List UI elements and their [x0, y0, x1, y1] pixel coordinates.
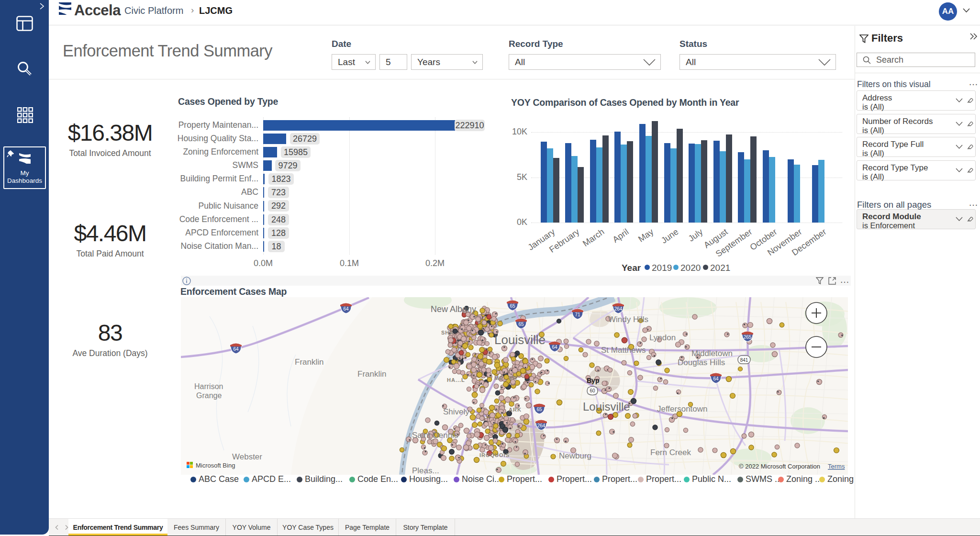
svg-text:65: 65 [518, 322, 524, 327]
svg-text:264: 264 [537, 423, 546, 428]
svg-text:Franklin: Franklin [295, 357, 323, 367]
svg-text:SHA: SHA [441, 330, 454, 335]
svg-text:Pleas...: Pleas... [412, 466, 439, 475]
svg-text:St Matthews: St Matthews [601, 346, 646, 355]
svg-text:Shively: Shively [443, 407, 469, 416]
svg-text:Louisville: Louisville [583, 400, 630, 413]
svg-text:Jeffersontown: Jeffersontown [657, 404, 708, 413]
svg-text:65: 65 [536, 407, 542, 412]
svg-text:Harrison: Harrison [194, 382, 223, 391]
svg-text:New Albany: New Albany [431, 304, 476, 314]
svg-text:Franklin: Franklin [357, 369, 386, 379]
svg-text:Windy Hills: Windy Hills [608, 315, 648, 324]
svg-text:Saint Dennis: Saint Dennis [412, 431, 458, 440]
svg-text:Fern Creek: Fern Creek [650, 448, 691, 457]
svg-text:841: 841 [740, 357, 748, 363]
svg-text:Lyndon: Lyndon [649, 333, 676, 342]
svg-text:64: 64 [552, 345, 557, 350]
svg-text:© 2022 Microsoft Corporation: © 2022 Microsoft Corporation [739, 463, 820, 470]
svg-text:IROQUOIS: IROQUOIS [479, 452, 510, 458]
svg-text:65: 65 [510, 303, 515, 309]
svg-text:Newburg: Newburg [559, 451, 591, 460]
svg-text:Louisville: Louisville [494, 333, 546, 347]
svg-text:264: 264 [614, 306, 623, 312]
svg-text:71: 71 [575, 312, 580, 317]
svg-text:Microsoft Bing: Microsoft Bing [196, 462, 235, 469]
svg-text:265: 265 [744, 335, 752, 340]
svg-text:Douglas Hills: Douglas Hills [678, 358, 725, 367]
svg-text:60: 60 [590, 388, 595, 393]
svg-text:ME...ER: ME...ER [494, 375, 517, 381]
svg-text:Middletown: Middletown [691, 349, 733, 358]
svg-text:64: 64 [233, 346, 239, 352]
svg-text:Terms: Terms [828, 463, 845, 470]
svg-text:HA...L: HA...L [447, 377, 465, 383]
svg-text:Byp: Byp [587, 377, 599, 384]
svg-text:ARK: ARK [509, 407, 522, 413]
svg-text:64: 64 [713, 376, 719, 381]
svg-text:Webster: Webster [232, 452, 262, 461]
svg-text:Grange: Grange [196, 391, 222, 400]
svg-text:64: 64 [343, 306, 349, 312]
